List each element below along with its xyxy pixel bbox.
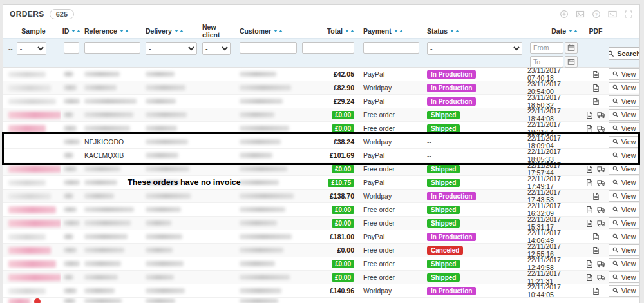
- magnifier-icon: [612, 112, 619, 118]
- date-from-calendar-button[interactable]: [565, 42, 578, 54]
- invoice-pdf-button[interactable]: [585, 273, 594, 282]
- date-to-input[interactable]: [530, 56, 564, 68]
- view-button-label: View: [621, 287, 636, 295]
- invoice-pdf-button[interactable]: [591, 70, 601, 79]
- invoice-pdf-icon: [585, 165, 594, 173]
- new-client-filter-select[interactable]: -: [202, 42, 231, 55]
- view-button[interactable]: View: [609, 190, 639, 202]
- order-row[interactable]: KACLMQXIB £101.69 PayPal -- 22/11/2017 1…: [3, 149, 639, 162]
- column-header-date[interactable]: Date: [525, 24, 583, 38]
- status-filter-select[interactable]: -: [427, 42, 522, 55]
- magnifier-icon: [612, 71, 619, 77]
- column-header-payment[interactable]: Payment: [361, 24, 422, 38]
- view-button[interactable]: View: [609, 258, 639, 269]
- sample-filter-select[interactable]: -: [17, 42, 46, 55]
- view-button[interactable]: View: [609, 109, 639, 121]
- order-date: 22/11/2017 18:05:33: [527, 149, 578, 162]
- date-to-calendar-button[interactable]: [565, 56, 578, 68]
- view-button[interactable]: View: [609, 177, 639, 188]
- delivery-filter-select[interactable]: -: [146, 42, 197, 55]
- view-button[interactable]: View: [609, 163, 639, 175]
- invoice-pdf-button[interactable]: [591, 84, 601, 92]
- total-filter-input[interactable]: [302, 42, 354, 54]
- payment-filter-input[interactable]: [363, 42, 419, 54]
- help-icon[interactable]: ?: [592, 10, 601, 19]
- invoice-pdf-button[interactable]: [585, 111, 594, 119]
- invoice-pdf-button[interactable]: [585, 179, 594, 187]
- delivery-slip-button[interactable]: [596, 179, 607, 186]
- order-payment: PayPal: [363, 233, 384, 240]
- order-row[interactable]: £0.00 Free order Shipped 22/11/2017 12:4…: [3, 257, 639, 271]
- view-button[interactable]: View: [609, 285, 639, 297]
- order-total: £138.70: [330, 192, 354, 200]
- view-button[interactable]: View: [609, 82, 639, 93]
- delivery-slip-button[interactable]: [596, 206, 607, 213]
- order-row[interactable]: NFJKIGODO £38.24 Worldpay -- 22/11/2017 …: [3, 135, 639, 149]
- partial-row[interactable]: [3, 298, 639, 303]
- order-status: In Production: [427, 192, 476, 200]
- view-button[interactable]: View: [609, 271, 639, 283]
- view-button[interactable]: View: [609, 204, 639, 215]
- invoice-pdf-button[interactable]: [585, 124, 594, 133]
- invoice-pdf-button[interactable]: [591, 233, 601, 241]
- customer-filter-input[interactable]: [240, 42, 297, 54]
- delivery-slip-button[interactable]: [596, 125, 607, 132]
- column-header-delivery[interactable]: Delivery: [143, 24, 200, 38]
- invoice-pdf-button[interactable]: [591, 287, 601, 295]
- order-row[interactable]: £0.00 Free order Shipped 22/11/2017 18:4…: [3, 108, 639, 122]
- view-button[interactable]: View: [609, 136, 639, 148]
- order-row[interactable]: £0.00 Free order Shipped 22/11/2017 16:3…: [3, 203, 639, 217]
- delivery-slip-button[interactable]: [596, 112, 607, 119]
- invoice-pdf-button[interactable]: [591, 192, 601, 200]
- delivery-slip-button[interactable]: [596, 166, 607, 173]
- invoice-pdf-button[interactable]: [585, 260, 594, 268]
- order-row[interactable]: £140.96 Worldpay In Production 22/11/201…: [3, 284, 639, 298]
- order-row[interactable]: £0.00 Free order Shipped 22/11/2017 11:2…: [3, 271, 639, 284]
- order-row[interactable]: £42.05 PayPal In Production 23/11/2017 0…: [3, 68, 639, 81]
- view-button[interactable]: View: [609, 95, 639, 107]
- view-button[interactable]: View: [609, 68, 639, 80]
- delivery-slip-icon: [597, 206, 606, 213]
- view-button[interactable]: View: [609, 122, 639, 134]
- invoice-pdf-button[interactable]: [585, 165, 594, 173]
- order-row[interactable]: £0.00 Free order Shipped 22/11/2017 18:2…: [3, 122, 639, 135]
- delivery-blur: [146, 180, 180, 185]
- date-from-input[interactable]: [530, 42, 564, 54]
- column-header-reference[interactable]: Reference: [82, 24, 143, 38]
- sql-icon[interactable]: [608, 10, 617, 19]
- column-header-total[interactable]: Total: [299, 24, 361, 38]
- order-row[interactable]: £82.90 Worldpay In Production 23/11/2017…: [3, 81, 639, 95]
- id-filter-input[interactable]: [64, 42, 79, 54]
- delivery-slip-button[interactable]: [596, 260, 607, 268]
- search-button[interactable]: Search: [609, 47, 639, 60]
- export-image-icon[interactable]: [576, 10, 585, 19]
- delivery-slip-button[interactable]: [596, 274, 607, 281]
- order-row[interactable]: £0.00 Free order Shipped 22/11/2017 15:3…: [3, 217, 639, 230]
- view-button[interactable]: View: [609, 217, 639, 229]
- order-reference: KACLMQXIB: [84, 152, 124, 159]
- add-icon[interactable]: [560, 10, 569, 19]
- column-header-customer[interactable]: Customer: [237, 24, 299, 38]
- delivery-blur: [146, 166, 189, 171]
- order-payment: Worldpay: [363, 84, 392, 92]
- order-total: £140.96: [330, 287, 354, 295]
- invoice-pdf-button[interactable]: [585, 219, 594, 228]
- invoice-pdf-button[interactable]: [591, 97, 601, 106]
- reference-filter-input[interactable]: [84, 42, 140, 54]
- order-row[interactable]: £10.75 PayPal Shipped 22/11/2017 17:49:1…: [3, 176, 639, 190]
- invoice-pdf-button[interactable]: [585, 206, 594, 214]
- invoice-pdf-button[interactable]: [591, 246, 601, 255]
- view-button[interactable]: View: [609, 244, 639, 256]
- delivery-slip-button[interactable]: [596, 220, 607, 227]
- column-header-id[interactable]: ID: [61, 24, 82, 38]
- order-row[interactable]: £0.00 Free order Shipped 22/11/2017 17:5…: [3, 162, 639, 176]
- expand-icon[interactable]: [624, 10, 633, 19]
- order-row[interactable]: £29.24 PayPal In Production 23/11/2017 1…: [3, 95, 639, 108]
- order-row[interactable]: £181.00 PayPal In Production 22/11/2017 …: [3, 230, 639, 244]
- column-header-status[interactable]: Status: [422, 24, 525, 38]
- order-row[interactable]: £138.70 Worldpay In Production 22/11/201…: [3, 190, 639, 203]
- order-row[interactable]: £0.00 Free order Canceled 22/11/2017 12:…: [3, 244, 639, 257]
- view-button[interactable]: View: [609, 231, 639, 242]
- order-id-blur: [64, 180, 80, 185]
- view-button[interactable]: View: [609, 150, 639, 161]
